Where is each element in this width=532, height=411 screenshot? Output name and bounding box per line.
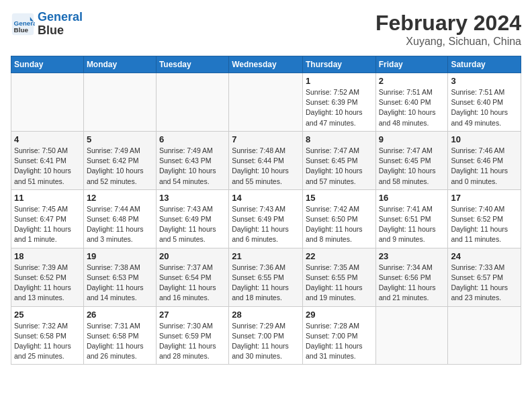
day-info: Sunrise: 7:32 AMSunset: 6:58 PMDaylight:…	[14, 321, 81, 362]
day-info: Sunrise: 7:50 AMSunset: 6:41 PMDaylight:…	[14, 146, 81, 187]
day-number: 1	[306, 76, 373, 86]
day-number: 2	[379, 76, 445, 86]
day-number: 28	[232, 310, 300, 320]
day-info: Sunrise: 7:38 AMSunset: 6:53 PMDaylight:…	[87, 263, 153, 304]
day-info: Sunrise: 7:29 AMSunset: 7:00 PMDaylight:…	[232, 321, 300, 362]
day-number: 22	[306, 251, 373, 261]
header-day-friday: Friday	[375, 56, 448, 73]
calendar-week-row: 1Sunrise: 7:52 AMSunset: 6:39 PMDaylight…	[11, 73, 521, 132]
day-number: 7	[232, 134, 300, 144]
header-day-wednesday: Wednesday	[229, 56, 303, 73]
calendar-cell: 27Sunrise: 7:30 AMSunset: 6:59 PMDayligh…	[156, 306, 228, 365]
calendar-cell: 24Sunrise: 7:33 AMSunset: 6:57 PMDayligh…	[448, 248, 521, 306]
day-info: Sunrise: 7:43 AMSunset: 6:49 PMDaylight:…	[159, 204, 226, 245]
day-number: 20	[159, 251, 226, 261]
calendar-cell: 17Sunrise: 7:40 AMSunset: 6:52 PMDayligh…	[448, 189, 521, 248]
svg-text:Blue: Blue	[14, 26, 29, 33]
calendar-cell	[448, 306, 521, 365]
day-info: Sunrise: 7:37 AMSunset: 6:54 PMDaylight:…	[159, 263, 226, 304]
header-day-thursday: Thursday	[302, 56, 375, 73]
day-info: Sunrise: 7:39 AMSunset: 6:52 PMDaylight:…	[14, 263, 81, 304]
calendar-cell	[11, 73, 84, 132]
calendar-cell: 28Sunrise: 7:29 AMSunset: 7:00 PMDayligh…	[229, 306, 303, 365]
day-number: 14	[232, 193, 300, 203]
day-info: Sunrise: 7:30 AMSunset: 6:59 PMDaylight:…	[159, 321, 226, 362]
day-number: 9	[379, 134, 445, 144]
day-number: 4	[14, 134, 81, 144]
calendar-cell: 8Sunrise: 7:47 AMSunset: 6:45 PMDaylight…	[302, 131, 375, 189]
day-number: 13	[159, 193, 226, 203]
day-number: 17	[451, 193, 518, 203]
calendar-cell: 15Sunrise: 7:42 AMSunset: 6:50 PMDayligh…	[302, 189, 375, 248]
calendar-cell: 4Sunrise: 7:50 AMSunset: 6:41 PMDaylight…	[11, 131, 84, 189]
day-info: Sunrise: 7:47 AMSunset: 6:45 PMDaylight:…	[306, 146, 373, 187]
day-info: Sunrise: 7:46 AMSunset: 6:46 PMDaylight:…	[451, 146, 518, 187]
header-day-tuesday: Tuesday	[156, 56, 228, 73]
day-info: Sunrise: 7:28 AMSunset: 7:00 PMDaylight:…	[306, 321, 373, 362]
header-day-monday: Monday	[83, 56, 156, 73]
day-number: 27	[159, 310, 226, 320]
calendar-cell: 18Sunrise: 7:39 AMSunset: 6:52 PMDayligh…	[11, 248, 84, 306]
calendar-cell: 1Sunrise: 7:52 AMSunset: 6:39 PMDaylight…	[302, 73, 375, 132]
calendar-cell: 7Sunrise: 7:48 AMSunset: 6:44 PMDaylight…	[229, 131, 303, 189]
day-number: 21	[232, 251, 300, 261]
calendar-cell: 14Sunrise: 7:43 AMSunset: 6:49 PMDayligh…	[229, 189, 303, 248]
day-number: 18	[14, 251, 81, 261]
day-info: Sunrise: 7:40 AMSunset: 6:52 PMDaylight:…	[451, 204, 518, 245]
calendar-week-row: 25Sunrise: 7:32 AMSunset: 6:58 PMDayligh…	[11, 306, 521, 365]
calendar-cell: 22Sunrise: 7:35 AMSunset: 6:55 PMDayligh…	[302, 248, 375, 306]
day-info: Sunrise: 7:49 AMSunset: 6:43 PMDaylight:…	[159, 146, 226, 187]
day-number: 3	[451, 76, 518, 86]
day-number: 23	[379, 251, 445, 261]
calendar-cell: 5Sunrise: 7:49 AMSunset: 6:42 PMDaylight…	[83, 131, 156, 189]
calendar-cell	[229, 73, 303, 132]
calendar-table: SundayMondayTuesdayWednesdayThursdayFrid…	[11, 56, 521, 365]
day-number: 10	[451, 134, 518, 144]
day-number: 11	[14, 193, 81, 203]
day-info: Sunrise: 7:34 AMSunset: 6:56 PMDaylight:…	[379, 263, 445, 304]
calendar-week-row: 18Sunrise: 7:39 AMSunset: 6:52 PMDayligh…	[11, 248, 521, 306]
day-info: Sunrise: 7:47 AMSunset: 6:45 PMDaylight:…	[379, 146, 445, 187]
calendar-cell: 25Sunrise: 7:32 AMSunset: 6:58 PMDayligh…	[11, 306, 84, 365]
calendar-cell: 10Sunrise: 7:46 AMSunset: 6:46 PMDayligh…	[448, 131, 521, 189]
page-title: February 2024	[375, 11, 521, 36]
calendar-cell: 3Sunrise: 7:51 AMSunset: 6:40 PMDaylight…	[448, 73, 521, 132]
day-info: Sunrise: 7:45 AMSunset: 6:47 PMDaylight:…	[14, 204, 81, 245]
day-number: 25	[14, 310, 81, 320]
header: General Blue GeneralBlue February 2024 X…	[11, 11, 521, 48]
day-info: Sunrise: 7:43 AMSunset: 6:49 PMDaylight:…	[232, 204, 300, 245]
calendar-header-row: SundayMondayTuesdayWednesdayThursdayFrid…	[11, 56, 521, 73]
day-number: 19	[87, 251, 153, 261]
title-area: February 2024 Xuyang, Sichuan, China	[375, 11, 521, 48]
header-day-sunday: Sunday	[11, 56, 84, 73]
day-number: 15	[306, 193, 373, 203]
day-info: Sunrise: 7:36 AMSunset: 6:55 PMDaylight:…	[232, 263, 300, 304]
day-number: 26	[87, 310, 153, 320]
calendar-cell: 6Sunrise: 7:49 AMSunset: 6:43 PMDaylight…	[156, 131, 228, 189]
calendar-cell: 26Sunrise: 7:31 AMSunset: 6:58 PMDayligh…	[83, 306, 156, 365]
page-subtitle: Xuyang, Sichuan, China	[375, 36, 521, 48]
logo: General Blue GeneralBlue	[11, 11, 83, 38]
calendar-cell: 12Sunrise: 7:44 AMSunset: 6:48 PMDayligh…	[83, 189, 156, 248]
calendar-cell	[156, 73, 228, 132]
calendar-cell: 21Sunrise: 7:36 AMSunset: 6:55 PMDayligh…	[229, 248, 303, 306]
calendar-cell: 13Sunrise: 7:43 AMSunset: 6:49 PMDayligh…	[156, 189, 228, 248]
day-number: 6	[159, 134, 226, 144]
day-info: Sunrise: 7:52 AMSunset: 6:39 PMDaylight:…	[306, 87, 373, 128]
day-number: 24	[451, 251, 518, 261]
day-number: 16	[379, 193, 445, 203]
day-number: 29	[306, 310, 373, 320]
calendar-cell: 11Sunrise: 7:45 AMSunset: 6:47 PMDayligh…	[11, 189, 84, 248]
day-info: Sunrise: 7:44 AMSunset: 6:48 PMDaylight:…	[87, 204, 153, 245]
calendar-cell: 19Sunrise: 7:38 AMSunset: 6:53 PMDayligh…	[83, 248, 156, 306]
day-info: Sunrise: 7:31 AMSunset: 6:58 PMDaylight:…	[87, 321, 153, 362]
calendar-week-row: 4Sunrise: 7:50 AMSunset: 6:41 PMDaylight…	[11, 131, 521, 189]
calendar-week-row: 11Sunrise: 7:45 AMSunset: 6:47 PMDayligh…	[11, 189, 521, 248]
calendar-cell	[83, 73, 156, 132]
day-info: Sunrise: 7:42 AMSunset: 6:50 PMDaylight:…	[306, 204, 373, 245]
calendar-cell	[375, 306, 448, 365]
day-info: Sunrise: 7:33 AMSunset: 6:57 PMDaylight:…	[451, 263, 518, 304]
calendar-cell: 23Sunrise: 7:34 AMSunset: 6:56 PMDayligh…	[375, 248, 448, 306]
logo-icon: General Blue	[11, 12, 35, 36]
day-number: 5	[87, 134, 153, 144]
